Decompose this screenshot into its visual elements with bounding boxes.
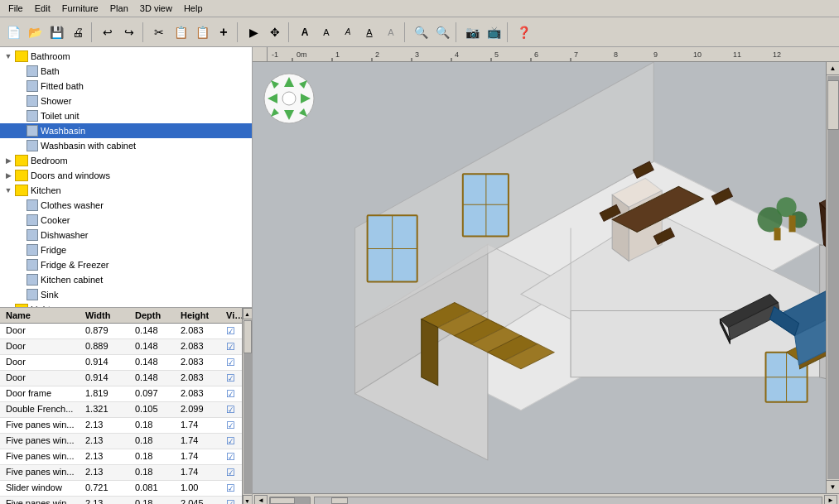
tree-item-fitted-bath[interactable]: Fitted bath [0, 79, 252, 94]
text-a5[interactable]: A [381, 22, 401, 42]
tree-item-washbasin-cabinet[interactable]: Washbasin with cabinet [0, 138, 252, 153]
table-row[interactable]: Double French... 1.321 0.105 2.099 ☑ [0, 402, 252, 418]
svg-marker-41 [422, 319, 438, 386]
dishwasher-icon [27, 229, 38, 241]
table-header: Name Width Depth Height Vis... [0, 308, 252, 324]
new-button[interactable]: 📄 [3, 22, 23, 42]
tree-item-shower[interactable]: Shower [0, 94, 252, 108]
dishwasher-label: Dishwasher [41, 230, 88, 240]
tree-item-fridge[interactable]: Fridge [0, 242, 252, 257]
tree-item-fridge-freezer[interactable]: Fridge & Freezer [0, 257, 252, 272]
table-row[interactable]: Five panes win... 2.13 0.18 1.74 ☑ [0, 418, 252, 434]
3d-canvas[interactable]: ▲ ▼ [253, 62, 839, 493]
cell-name: Door [3, 324, 83, 338]
table-body: Door 0.879 0.148 2.083 ☑ Door 0.889 0.14… [0, 324, 252, 504]
table-row[interactable]: Five panes win... 2.13 0.18 1.74 ☑ [0, 449, 252, 465]
menu-plan[interactable]: Plan [105, 2, 133, 15]
table-row[interactable]: Door 0.889 0.148 2.083 ☑ [0, 339, 252, 355]
text-a2[interactable]: A [316, 22, 336, 42]
print-button[interactable]: 🖨 [68, 22, 88, 42]
rv-scroll-track [827, 76, 839, 479]
fridge-label: Fridge [41, 245, 66, 255]
add-button[interactable]: + [214, 22, 234, 42]
tree-item-washbasin[interactable]: Washbasin [0, 123, 252, 138]
tree-category-bathroom[interactable]: ▼ Bathroom [0, 49, 252, 64]
tree-item-kitchen-cabinet[interactable]: Kitchen cabinet [0, 272, 252, 287]
scroll-right-btn[interactable]: ► [824, 495, 837, 505]
tree-category-kitchen[interactable]: ▼ Kitchen [0, 183, 252, 198]
text-a4[interactable]: A [359, 22, 379, 42]
cell-width: 0.721 [83, 482, 133, 495]
scroll-up-btn[interactable]: ▲ [243, 308, 253, 319]
h-scroll-thumb[interactable] [270, 497, 295, 504]
scroll-down-btn[interactable]: ▼ [243, 495, 253, 504]
cell-height: 2.083 [178, 356, 224, 369]
cut-button[interactable]: ✂ [149, 22, 169, 42]
cell-depth: 0.18 [133, 450, 178, 463]
expand-washbasin [13, 124, 27, 137]
table-row[interactable]: Slider window 0.721 0.081 1.00 ☑ [0, 481, 252, 497]
zoom-out-button[interactable]: 🔍 [432, 22, 452, 42]
scroll-thumb[interactable] [244, 320, 252, 353]
furniture-tree[interactable]: ▼ Bathroom Bath Fitted bath Shower [0, 47, 252, 308]
expand-fridge-freezer [13, 258, 27, 271]
tree-item-bath[interactable]: Bath [0, 64, 252, 79]
rv-scroll-down[interactable]: ▼ [827, 480, 840, 493]
video-button[interactable]: 📺 [484, 22, 504, 42]
table-row[interactable]: Door 0.914 0.148 2.083 ☑ [0, 371, 252, 386]
table-row[interactable]: Door 0.914 0.148 2.083 ☑ [0, 355, 252, 371]
select-button[interactable]: ▶ [244, 22, 263, 42]
menu-3dview[interactable]: 3D view [135, 2, 177, 15]
table-row[interactable]: Five panes win... 2.13 0.18 1.74 ☑ [0, 465, 252, 481]
menu-edit[interactable]: Edit [30, 2, 55, 15]
table-row[interactable]: Five panes win... 2.13 0.18 1.74 ☑ [0, 434, 252, 449]
tree-item-toilet[interactable]: Toilet unit [0, 108, 252, 123]
tree-item-dishwasher[interactable]: Dishwasher [0, 228, 252, 242]
camera-button[interactable]: 📷 [462, 22, 482, 42]
zoom-in-button[interactable]: 🔍 [411, 22, 431, 42]
text-a1[interactable]: A [295, 22, 315, 42]
rv-scroll-up[interactable]: ▲ [827, 62, 840, 75]
redo-button[interactable]: ↪ [119, 22, 139, 42]
expand-bath [13, 65, 27, 78]
cell-name: Five panes win... [3, 434, 83, 448]
cell-name: Five panes win... [3, 450, 83, 463]
h-scroll-thumb-main[interactable] [331, 497, 348, 504]
text-a3[interactable]: A [338, 22, 358, 42]
open-button[interactable]: 📂 [25, 22, 45, 42]
table-row[interactable]: Door frame 1.819 0.097 2.083 ☑ [0, 386, 252, 402]
doors-label: Doors and windows [31, 170, 110, 180]
cell-width: 1.321 [83, 403, 133, 416]
tree-item-sink[interactable]: Sink [0, 287, 252, 302]
expand-fridge [13, 243, 27, 257]
cell-depth: 0.18 [133, 419, 178, 432]
tree-category-bedroom[interactable]: ▶ Bedroom [0, 153, 252, 168]
ruler-marks: -1 0m 1 2 3 4 5 6 7 8 9 10 11 12 [268, 47, 839, 62]
h-scrollbar[interactable]: ◄ ► [253, 493, 839, 504]
right-scrollbar[interactable]: ▲ ▼ [826, 62, 839, 493]
separator-6 [456, 22, 459, 42]
menu-file[interactable]: File [3, 2, 28, 15]
rv-scroll-thumb[interactable] [827, 80, 839, 130]
help-button[interactable]: ❓ [514, 22, 533, 42]
tree-item-cooker[interactable]: Cooker [0, 213, 252, 228]
menu-furniture[interactable]: Furniture [57, 2, 104, 15]
save-button[interactable]: 💾 [46, 22, 66, 42]
tree-category-doors[interactable]: ▶ Doors and windows [0, 168, 252, 183]
table-row[interactable]: Five panes win... 2.13 0.18 2.045 ☑ [0, 497, 252, 504]
kitchen-label: Kitchen [31, 185, 61, 195]
pan-button[interactable]: ✥ [265, 22, 285, 42]
navigation-control[interactable] [263, 72, 316, 125]
h-scroll-track-main [314, 497, 822, 505]
scroll-left-btn[interactable]: ◄ [254, 495, 268, 505]
copy-button[interactable]: 📋 [171, 22, 190, 42]
cell-name: Five panes win... [3, 419, 83, 432]
paste-button[interactable]: 📋 [192, 22, 212, 42]
table-scrollbar[interactable]: ▲ ▼ [242, 308, 252, 504]
table-row[interactable]: Door 0.879 0.148 2.083 ☑ [0, 324, 252, 339]
menu-help[interactable]: Help [179, 2, 208, 15]
undo-button[interactable]: ↩ [98, 22, 118, 42]
cell-width: 0.879 [83, 324, 133, 338]
tree-category-lights[interactable]: ▶ Lights [0, 302, 252, 308]
tree-item-clothes-washer[interactable]: Clothes washer [0, 198, 252, 213]
